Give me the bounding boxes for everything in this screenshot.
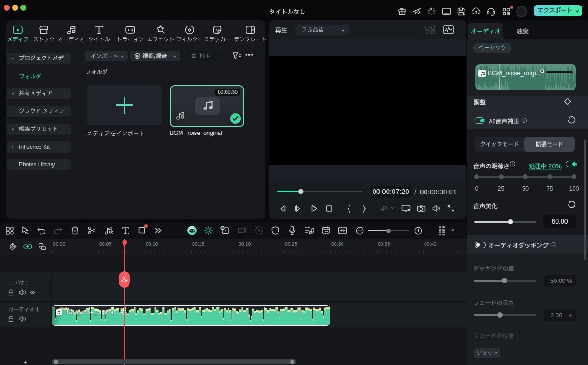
svg-text:00:30: 00:30 [331, 241, 343, 247]
svg-text:00:10: 00:10 [146, 241, 158, 247]
svg-text:00:20: 00:20 [239, 241, 251, 247]
svg-text:00:25: 00:25 [285, 241, 297, 247]
svg-text:00:40: 00:40 [424, 241, 436, 247]
svg-text:00:05: 00:05 [99, 241, 111, 247]
svg-text:00:35: 00:35 [378, 241, 390, 247]
svg-text:00:15: 00:15 [192, 241, 204, 247]
svg-text:00:00: 00:00 [53, 241, 65, 247]
